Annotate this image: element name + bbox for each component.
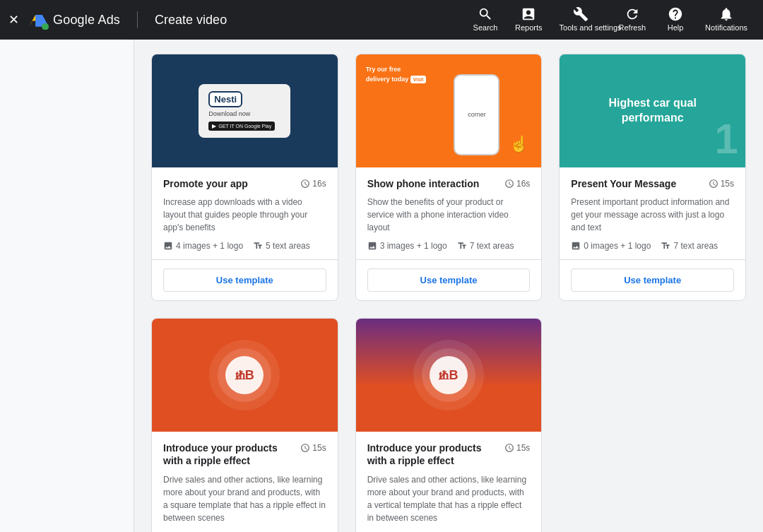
use-template-button[interactable]: Use template xyxy=(163,268,326,292)
card-title-row: Show phone interaction 16s xyxy=(367,177,531,190)
nesti-tagline: Download now xyxy=(208,110,250,117)
card-thumbnail-ripple-v: ᵺB xyxy=(356,319,542,432)
clock-icon xyxy=(300,179,310,189)
card-texts-meta: 7 text areas xyxy=(457,241,514,251)
tools-nav-label: Tools and settings xyxy=(560,23,602,32)
tools-nav-button[interactable]: Tools and settings xyxy=(552,4,609,35)
card-duration: 16s xyxy=(300,179,326,189)
card-images-meta: 0 images + 1 logo xyxy=(571,241,651,251)
card-title: Show phone interaction xyxy=(367,177,504,190)
ripple-brand-logo: ᵺB xyxy=(235,368,254,383)
card-texts-meta: 5 text areas xyxy=(253,241,310,251)
main-layout: Nesti Download now ▶ GET IT ON Google Pl… xyxy=(0,40,763,532)
card-description: Increase app downloads with a video layo… xyxy=(163,196,326,234)
card-divider xyxy=(152,259,338,260)
template-card-ripple-square: ᵺB Introduce your products with a ripple… xyxy=(151,318,338,532)
help-nav-label: Help xyxy=(668,23,684,32)
text-icon xyxy=(457,241,467,251)
card-meta: 3 images + 1 logo 7 text areas xyxy=(367,241,531,251)
card-duration: 15s xyxy=(300,443,326,453)
use-template-button[interactable]: Use template xyxy=(367,268,531,292)
card-meta: 0 images + 1 logo 7 text areas xyxy=(571,241,734,251)
card-title-row: Present Your Message 15s xyxy=(571,177,734,190)
phone-cta-btn: Visit xyxy=(410,76,427,83)
ripple-inner-circle-v: ᵺB xyxy=(430,356,468,394)
card-thumbnail-message: Highest car qualperformanc 1 xyxy=(560,54,745,167)
card-description: Drive sales and other actions, like lear… xyxy=(367,473,531,524)
template-card-present-message: Highest car qualperformanc 1 Present You… xyxy=(559,54,746,301)
help-nav-button[interactable]: Help xyxy=(656,4,695,35)
card-description: Show the benefits of your product or ser… xyxy=(367,196,531,234)
ripple-outer-circle: ᵺB xyxy=(209,340,280,410)
ripple-inner-circle: ᵺB xyxy=(225,356,264,394)
phone-device-mockup: corner xyxy=(454,74,499,155)
template-card-ripple-vertical: ᵺB Introduce your products with a ripple… xyxy=(355,318,543,532)
card-thumbnail-phone: Try our freedelivery today Visit corner … xyxy=(356,54,542,167)
ripple-mid-circle-v: ᵺB xyxy=(422,348,475,402)
card-images-meta: 3 images + 1 logo xyxy=(367,241,447,251)
clock-icon xyxy=(504,443,514,453)
google-ads-logo-icon xyxy=(29,10,49,30)
search-nav-button[interactable]: Search xyxy=(466,4,505,35)
card-title-row: Promote your app 16s xyxy=(163,177,326,190)
message-heading: Highest car qualperformanc xyxy=(608,96,696,126)
card-thumbnail-ripple-sq: ᵺB xyxy=(152,319,338,432)
card-body-ripple-square: Introduce your products with a ripple ef… xyxy=(152,432,338,532)
card-thumbnail-promote: Nesti Download now ▶ GET IT ON Google Pl… xyxy=(152,54,338,167)
card-description: Present important product information an… xyxy=(571,196,734,234)
clock-icon xyxy=(709,179,718,189)
card-title-row: Introduce your products with a ripple ef… xyxy=(163,442,326,467)
refresh-nav-label: Refresh xyxy=(619,23,646,32)
card-title: Present Your Message xyxy=(571,177,708,190)
card-body-present-message: Present Your Message 15s Present importa… xyxy=(560,167,745,300)
play-store-icon: ▶ xyxy=(212,123,216,129)
card-divider xyxy=(560,259,745,260)
nesti-logo: Nesti xyxy=(208,91,242,107)
clock-icon xyxy=(300,443,310,453)
card-description: Drive sales and other actions, like lear… xyxy=(163,473,326,524)
ripple-outer-circle-v: ᵺB xyxy=(413,340,484,410)
clock-icon xyxy=(504,179,514,189)
card-divider xyxy=(356,259,542,260)
help-icon xyxy=(668,6,683,22)
reports-icon xyxy=(521,6,536,22)
card-body-promote-app: Promote your app 16s Increase app downlo… xyxy=(152,167,338,300)
finger-icon: ☝ xyxy=(509,135,528,153)
card-duration: 15s xyxy=(709,179,734,189)
tools-icon xyxy=(573,6,588,22)
app-name: Google Ads xyxy=(53,13,120,28)
content-area: Nesti Download now ▶ GET IT ON Google Pl… xyxy=(134,40,763,532)
page-title: Create video xyxy=(155,13,227,28)
close-button[interactable]: ✕ xyxy=(8,12,19,28)
sidebar xyxy=(0,40,134,532)
phone-overlay-text: Try our freedelivery today Visit xyxy=(366,66,427,83)
card-texts-meta: 7 text areas xyxy=(661,241,718,251)
card-images-meta: 4 images + 1 logo xyxy=(163,241,243,251)
app-logo: Google Ads xyxy=(29,10,120,30)
card-body-ripple-vertical: Introduce your products with a ripple ef… xyxy=(356,432,542,532)
image-icon xyxy=(163,241,173,251)
phone-screen-content: corner xyxy=(465,108,489,121)
search-icon xyxy=(478,6,493,22)
notifications-icon xyxy=(718,6,734,22)
card-title: Introduce your products with a ripple ef… xyxy=(163,442,300,467)
templates-grid: Nesti Download now ▶ GET IT ON Google Pl… xyxy=(151,54,746,532)
nav-left: ✕ Google Ads Create video xyxy=(8,10,466,30)
image-icon xyxy=(367,241,377,251)
play-store-text: GET IT ON Google Play xyxy=(218,124,271,129)
card-meta: 4 images + 1 logo 5 text areas xyxy=(163,241,326,251)
nesti-mockup: Nesti Download now ▶ GET IT ON Google Pl… xyxy=(199,84,290,138)
reports-nav-button[interactable]: Reports xyxy=(508,4,550,35)
card-body-phone-interaction: Show phone interaction 16s Show the bene… xyxy=(356,167,542,300)
notifications-nav-label: Notifications xyxy=(705,23,747,32)
nav-divider xyxy=(137,11,138,28)
image-icon xyxy=(571,241,581,251)
card-duration: 15s xyxy=(504,443,530,453)
search-nav-label: Search xyxy=(473,23,498,32)
notifications-nav-button[interactable]: Notifications xyxy=(698,4,755,35)
nesti-download-btn: ▶ GET IT ON Google Play xyxy=(208,122,275,131)
text-icon xyxy=(253,241,263,251)
ripple-brand-logo-v: ᵺB xyxy=(439,368,458,383)
refresh-nav-button[interactable]: Refresh xyxy=(612,4,653,35)
use-template-button[interactable]: Use template xyxy=(571,268,734,292)
